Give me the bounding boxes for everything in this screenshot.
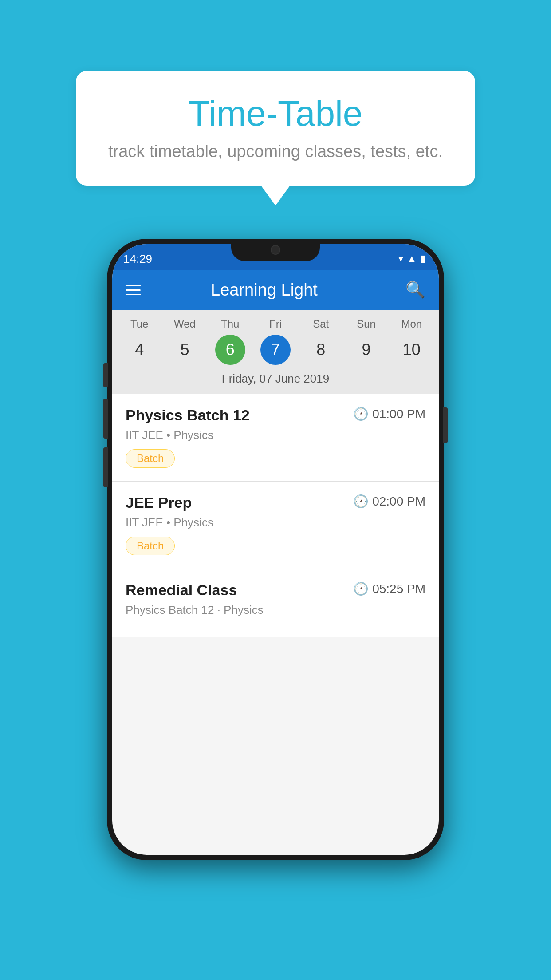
day-number[interactable]: 9 [351,335,382,365]
class-item[interactable]: JEE Prep🕐02:00 PMIIT JEE • PhysicsBatch [112,481,439,569]
silent-button [103,447,108,487]
power-button [443,407,448,443]
day-col-sat[interactable]: Sat8 [299,318,343,365]
class-header: JEE Prep🕐02:00 PM [126,494,425,511]
clock-icon: 🕐 [353,581,369,596]
day-label: Fri [269,318,282,330]
day-col-tue[interactable]: Tue4 [117,318,161,365]
volume-down-button [103,399,108,439]
calendar-strip: Tue4Wed5Thu6Fri7Sat8Sun9Mon10 Friday, 07… [112,310,439,394]
time-value: 02:00 PM [372,494,425,509]
volume-up-button [103,363,108,387]
battery-icon: ▮ [420,253,425,265]
day-number[interactable]: 8 [306,335,336,365]
class-time: 🕐05:25 PM [353,581,425,596]
phone-notch [231,239,320,261]
phone-mockup: 14:29 ▾ ▲ ▮ Learning Light 🔍 [107,239,444,860]
class-meta: Physics Batch 12 · Physics [126,603,425,617]
day-label: Tue [130,318,148,330]
phone-outer: 14:29 ▾ ▲ ▮ Learning Light 🔍 [107,239,444,860]
day-label: Sat [313,318,329,330]
selected-date: Friday, 07 June 2019 [112,365,439,394]
search-icon[interactable]: 🔍 [405,281,425,299]
day-number[interactable]: 4 [124,335,154,365]
day-number[interactable]: 7 [260,335,291,365]
day-number[interactable]: 5 [169,335,200,365]
clock-icon: 🕐 [353,494,369,509]
class-time: 🕐01:00 PM [353,407,425,421]
day-col-sun[interactable]: Sun9 [344,318,389,365]
batch-badge: Batch [126,449,175,468]
day-label: Sun [357,318,376,330]
day-label: Thu [221,318,239,330]
status-icons: ▾ ▲ ▮ [398,253,425,265]
app-title: Learning Light [123,281,405,300]
day-col-thu[interactable]: Thu6 [208,318,252,365]
speech-bubble: Time-Table track timetable, upcoming cla… [76,71,475,186]
class-name: JEE Prep [126,494,192,511]
day-number[interactable]: 10 [397,335,427,365]
class-item[interactable]: Remedial Class🕐05:25 PMPhysics Batch 12 … [112,569,439,637]
bubble-title: Time-Table [102,93,449,134]
day-col-wed[interactable]: Wed5 [162,318,207,365]
wifi-icon: ▾ [398,253,403,265]
days-row: Tue4Wed5Thu6Fri7Sat8Sun9Mon10 [112,318,439,365]
day-col-fri[interactable]: Fri7 [253,318,298,365]
signal-icon: ▲ [407,253,417,265]
status-time: 14:29 [123,252,152,266]
class-header: Physics Batch 12🕐01:00 PM [126,407,425,424]
time-value: 01:00 PM [372,407,425,421]
day-col-mon[interactable]: Mon10 [390,318,434,365]
day-label: Wed [174,318,196,330]
class-list: Physics Batch 12🕐01:00 PMIIT JEE • Physi… [112,394,439,637]
class-name: Remedial Class [126,581,237,599]
day-label: Mon [401,318,422,330]
day-number[interactable]: 6 [215,335,245,365]
bubble-subtitle: track timetable, upcoming classes, tests… [102,142,449,161]
phone-screen: 14:29 ▾ ▲ ▮ Learning Light 🔍 [112,244,439,855]
batch-badge: Batch [126,537,175,555]
time-value: 05:25 PM [372,582,425,596]
class-meta: IIT JEE • Physics [126,516,425,530]
clock-icon: 🕐 [353,407,369,421]
class-time: 🕐02:00 PM [353,494,425,509]
class-meta: IIT JEE • Physics [126,428,425,442]
app-bar: Learning Light 🔍 [112,270,439,310]
class-item[interactable]: Physics Batch 12🕐01:00 PMIIT JEE • Physi… [112,394,439,481]
class-header: Remedial Class🕐05:25 PM [126,581,425,599]
class-name: Physics Batch 12 [126,407,250,424]
camera-dot [271,245,280,255]
